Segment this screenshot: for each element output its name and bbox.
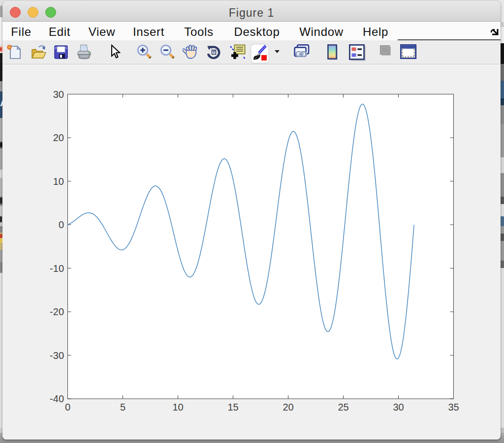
svg-text:20: 20 [53, 132, 64, 143]
svg-text:-20: -20 [50, 306, 64, 317]
svg-text:10: 10 [172, 402, 183, 413]
svg-text:0: 0 [59, 219, 64, 230]
svg-text:30: 30 [393, 402, 404, 413]
svg-text:10: 10 [53, 176, 64, 187]
svg-text:5: 5 [120, 402, 126, 413]
svg-text:30: 30 [53, 89, 64, 100]
svg-text:20: 20 [283, 402, 293, 413]
svg-text:-30: -30 [50, 350, 64, 361]
svg-text:15: 15 [227, 402, 238, 413]
svg-text:-10: -10 [50, 263, 64, 274]
svg-text:35: 35 [448, 402, 459, 413]
svg-text:-40: -40 [50, 393, 64, 404]
svg-text:0: 0 [65, 402, 70, 413]
svg-text:25: 25 [338, 402, 348, 413]
